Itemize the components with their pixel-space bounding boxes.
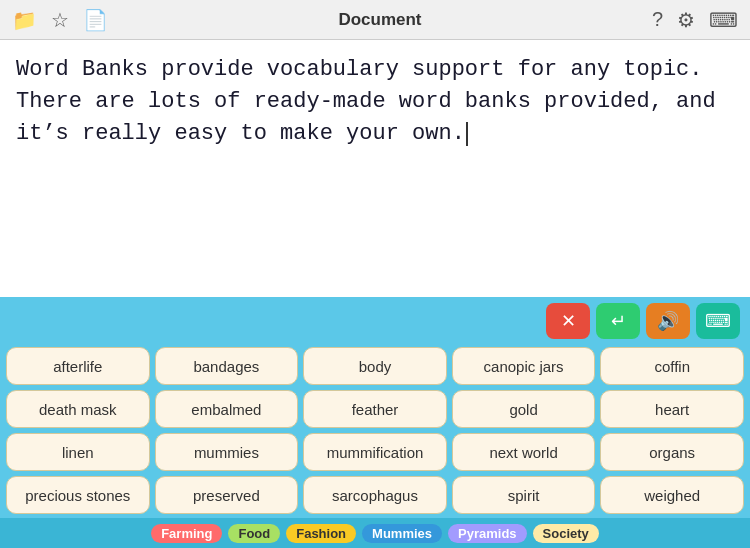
word-card[interactable]: spirit xyxy=(452,476,596,514)
tab-society[interactable]: Society xyxy=(533,524,599,543)
word-card[interactable]: sarcophagus xyxy=(303,476,447,514)
word-card[interactable]: gold xyxy=(452,390,596,428)
word-card[interactable]: preserved xyxy=(155,476,299,514)
enter-icon: ↵ xyxy=(611,310,626,332)
document-content: Word Banks provide vocabulary support fo… xyxy=(16,57,716,146)
word-card[interactable]: weighed xyxy=(600,476,744,514)
word-card[interactable]: mummies xyxy=(155,433,299,471)
audio-button[interactable]: 🔊 xyxy=(646,303,690,339)
word-card[interactable]: organs xyxy=(600,433,744,471)
top-bar: 📁 ☆ 📄 Document ? ⚙ ⌨ xyxy=(0,0,750,40)
word-card[interactable]: body xyxy=(303,347,447,385)
tab-mummies[interactable]: Mummies xyxy=(362,524,442,543)
word-card[interactable]: precious stones xyxy=(6,476,150,514)
word-card[interactable]: bandages xyxy=(155,347,299,385)
word-card[interactable]: mummification xyxy=(303,433,447,471)
toolbar-row: ✕ ↵ 🔊 ⌨ xyxy=(0,297,750,343)
document-icon[interactable]: 📄 xyxy=(83,8,108,32)
word-card[interactable]: heart xyxy=(600,390,744,428)
tab-food[interactable]: Food xyxy=(228,524,280,543)
keyboard-icon[interactable]: ⌨ xyxy=(709,8,738,32)
word-card[interactable]: canopic jars xyxy=(452,347,596,385)
star-icon[interactable]: ☆ xyxy=(51,8,69,32)
top-bar-right: ? ⚙ ⌨ xyxy=(652,8,738,32)
tab-pyramids[interactable]: Pyramids xyxy=(448,524,527,543)
text-cursor xyxy=(466,122,468,146)
tab-bar: FarmingFoodFashionMummiesPyramidsSociety xyxy=(0,518,750,548)
tab-farming[interactable]: Farming xyxy=(151,524,222,543)
word-bank: afterlifebandagesbodycanopic jarscoffind… xyxy=(0,343,750,518)
document-text: Word Banks provide vocabulary support fo… xyxy=(16,54,734,150)
document-area[interactable]: Word Banks provide vocabulary support fo… xyxy=(0,40,750,297)
enter-button[interactable]: ↵ xyxy=(596,303,640,339)
tab-fashion[interactable]: Fashion xyxy=(286,524,356,543)
audio-icon: 🔊 xyxy=(657,310,679,332)
top-bar-left: 📁 ☆ 📄 xyxy=(12,8,108,32)
word-card[interactable]: afterlife xyxy=(6,347,150,385)
delete-button[interactable]: ✕ xyxy=(546,303,590,339)
delete-icon: ✕ xyxy=(561,310,576,332)
word-card[interactable]: coffin xyxy=(600,347,744,385)
word-card[interactable]: linen xyxy=(6,433,150,471)
word-card[interactable]: feather xyxy=(303,390,447,428)
keyboard-toggle-icon: ⌨ xyxy=(705,310,731,332)
folder-icon[interactable]: 📁 xyxy=(12,8,37,32)
help-icon[interactable]: ? xyxy=(652,8,663,31)
page-title: Document xyxy=(108,10,652,30)
word-card[interactable]: embalmed xyxy=(155,390,299,428)
word-card[interactable]: next world xyxy=(452,433,596,471)
keyboard-toggle-button[interactable]: ⌨ xyxy=(696,303,740,339)
word-card[interactable]: death mask xyxy=(6,390,150,428)
settings-icon[interactable]: ⚙ xyxy=(677,8,695,32)
